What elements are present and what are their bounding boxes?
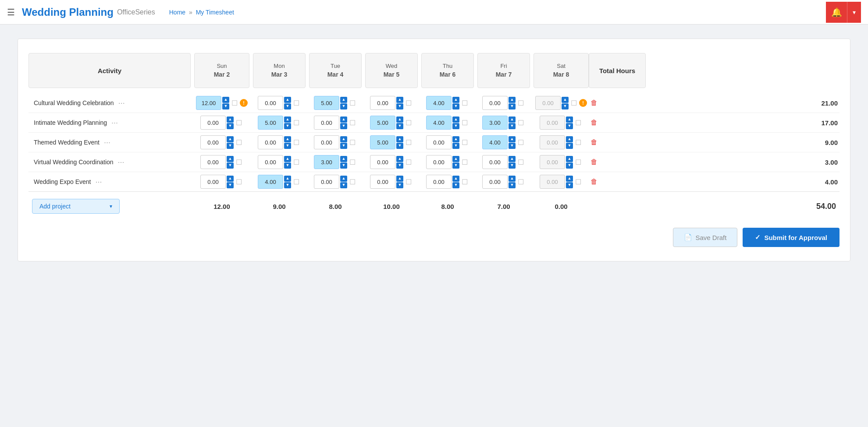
breadcrumb-home[interactable]: Home (169, 9, 185, 16)
note-icon-1-3[interactable]: ☐ (404, 118, 413, 127)
note-icon-2-5[interactable]: ☐ (516, 138, 525, 147)
spin-down-2-3[interactable]: ▼ (396, 143, 403, 149)
spin-up-0-1[interactable]: ▲ (284, 97, 291, 103)
spin-up-3-4[interactable]: ▲ (452, 156, 459, 162)
spin-up-3-1[interactable]: ▲ (284, 156, 291, 162)
spin-down-2-1[interactable]: ▼ (284, 143, 291, 149)
spin-up-1-0[interactable]: ▲ (227, 116, 234, 123)
hour-input-4-2[interactable] (314, 175, 339, 189)
save-draft-button[interactable]: 📄 Save Draft (673, 228, 738, 247)
hour-input-1-0[interactable] (200, 116, 226, 130)
note-icon-3-5[interactable]: ☐ (516, 158, 525, 166)
note-icon-0-1[interactable]: ☐ (292, 99, 301, 107)
spin-up-2-4[interactable]: ▲ (452, 136, 459, 142)
hour-input-2-2[interactable] (314, 135, 339, 149)
note-icon-2-4[interactable]: ☐ (460, 138, 469, 147)
note-icon-4-1[interactable]: ☐ (292, 177, 301, 186)
hour-input-2-6[interactable] (540, 135, 565, 149)
note-icon-4-6[interactable]: ☐ (574, 177, 583, 186)
add-project-button[interactable]: Add project ▾ (32, 199, 120, 214)
spin-down-1-4[interactable]: ▼ (452, 123, 459, 129)
delete-row-button[interactable]: 🗑 (591, 99, 598, 107)
spin-down-3-0[interactable]: ▼ (227, 162, 234, 169)
hour-input-0-6[interactable] (535, 96, 561, 110)
activity-options-dots[interactable]: ··· (109, 118, 121, 127)
hour-input-1-3[interactable] (370, 116, 395, 130)
spin-down-3-3[interactable]: ▼ (396, 162, 403, 169)
hour-input-2-4[interactable] (426, 135, 452, 149)
spin-down-4-2[interactable]: ▼ (340, 182, 347, 188)
spin-up-3-6[interactable]: ▲ (566, 156, 573, 162)
spin-up-3-5[interactable]: ▲ (509, 156, 516, 162)
spin-down-0-4[interactable]: ▼ (452, 103, 459, 109)
note-icon-2-6[interactable]: ☐ (574, 138, 583, 147)
hour-input-1-4[interactable] (426, 116, 452, 130)
hour-input-1-1[interactable] (258, 116, 283, 130)
spin-down-1-6[interactable]: ▼ (566, 123, 573, 129)
spin-up-4-4[interactable]: ▲ (452, 176, 459, 182)
note-icon-1-6[interactable]: ☐ (574, 118, 583, 127)
spin-down-3-1[interactable]: ▼ (284, 162, 291, 169)
spin-up-4-6[interactable]: ▲ (566, 176, 573, 182)
note-icon-1-4[interactable]: ☐ (460, 118, 469, 127)
spin-down-4-1[interactable]: ▼ (284, 182, 291, 188)
spin-up-2-0[interactable]: ▲ (227, 136, 234, 142)
hour-input-4-5[interactable] (482, 175, 508, 189)
note-icon-1-1[interactable]: ☐ (292, 118, 301, 127)
hour-input-3-1[interactable] (258, 155, 283, 169)
user-dropdown-button[interactable]: ▾ (847, 2, 861, 23)
hour-input-2-0[interactable] (200, 135, 226, 149)
spin-up-1-2[interactable]: ▲ (340, 116, 347, 123)
spin-up-2-5[interactable]: ▲ (509, 136, 516, 142)
spin-up-3-3[interactable]: ▲ (396, 156, 403, 162)
spin-up-4-5[interactable]: ▲ (509, 176, 516, 182)
hour-input-0-2[interactable] (314, 96, 339, 110)
note-icon-0-3[interactable]: ☐ (404, 99, 413, 107)
spin-up-1-6[interactable]: ▲ (566, 116, 573, 123)
menu-icon[interactable]: ☰ (7, 7, 15, 18)
spin-down-4-5[interactable]: ▼ (509, 182, 516, 188)
spin-up-0-3[interactable]: ▲ (396, 97, 403, 103)
hour-input-3-2[interactable] (314, 155, 339, 169)
spin-up-2-3[interactable]: ▲ (396, 136, 403, 142)
hour-input-2-5[interactable] (482, 135, 508, 149)
spin-down-4-0[interactable]: ▼ (227, 182, 234, 188)
hour-input-4-1[interactable] (258, 175, 283, 189)
hour-input-4-4[interactable] (426, 175, 452, 189)
spin-up-2-2[interactable]: ▲ (340, 136, 347, 142)
spin-down-0-3[interactable]: ▼ (396, 103, 403, 109)
note-icon-2-3[interactable]: ☐ (404, 138, 413, 147)
hour-input-4-0[interactable] (200, 175, 226, 189)
note-icon-2-1[interactable]: ☐ (292, 138, 301, 147)
hour-input-4-3[interactable] (370, 175, 395, 189)
note-icon-4-0[interactable]: ☐ (235, 177, 243, 186)
note-icon-4-2[interactable]: ☐ (348, 177, 357, 186)
spin-up-1-5[interactable]: ▲ (509, 116, 516, 123)
delete-row-button[interactable]: 🗑 (591, 158, 598, 166)
delete-row-button[interactable]: 🗑 (591, 119, 598, 127)
hour-input-2-1[interactable] (258, 135, 283, 149)
hour-input-1-6[interactable] (540, 116, 565, 130)
spin-down-0-2[interactable]: ▼ (340, 103, 347, 109)
spin-up-0-6[interactable]: ▲ (562, 97, 569, 103)
note-icon-3-1[interactable]: ☐ (292, 158, 301, 166)
hour-input-0-3[interactable] (370, 96, 395, 110)
hour-input-3-3[interactable] (370, 155, 395, 169)
note-icon-0-4[interactable]: ☐ (460, 99, 469, 107)
note-icon-2-0[interactable]: ☐ (235, 138, 243, 147)
note-icon-0-5[interactable]: ☐ (516, 99, 525, 107)
spin-up-3-2[interactable]: ▲ (340, 156, 347, 162)
delete-row-button[interactable]: 🗑 (591, 178, 598, 186)
spin-up-4-3[interactable]: ▲ (396, 176, 403, 182)
hour-input-4-6[interactable] (540, 175, 565, 189)
spin-up-4-0[interactable]: ▲ (227, 176, 234, 182)
spin-up-2-6[interactable]: ▲ (566, 136, 573, 142)
spin-down-2-6[interactable]: ▼ (566, 143, 573, 149)
note-icon-3-0[interactable]: ☐ (235, 158, 243, 166)
spin-down-3-6[interactable]: ▼ (566, 162, 573, 169)
note-icon-3-6[interactable]: ☐ (574, 158, 583, 166)
hour-input-2-3[interactable] (370, 135, 395, 149)
activity-options-dots[interactable]: ··· (101, 138, 113, 147)
spin-down-2-2[interactable]: ▼ (340, 143, 347, 149)
hour-input-1-5[interactable] (482, 116, 508, 130)
